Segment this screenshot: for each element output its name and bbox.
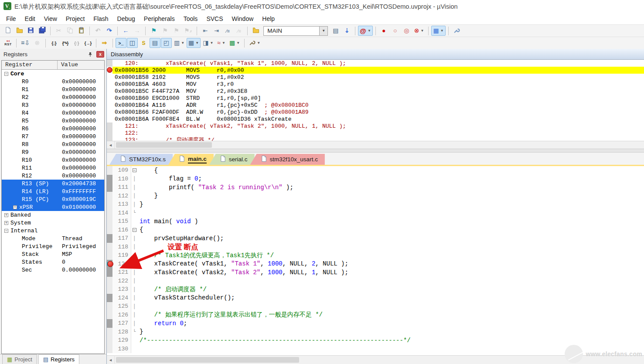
system-viewer-button[interactable]: ▩▼ bbox=[228, 38, 242, 48]
unindent-button[interactable]: ⇤ bbox=[200, 26, 211, 36]
code-line[interactable]: 118│ bbox=[107, 243, 644, 252]
save-button[interactable] bbox=[25, 26, 36, 36]
open-project-folder-button[interactable] bbox=[250, 26, 261, 36]
menu-svcs[interactable]: SVCS bbox=[202, 14, 227, 24]
disassembly-gutter[interactable] bbox=[107, 60, 112, 67]
expand-icon[interactable]: + bbox=[4, 213, 8, 217]
disassembly-gutter[interactable] bbox=[107, 122, 112, 129]
fold-marker[interactable]: − bbox=[131, 166, 137, 175]
register-row[interactable]: R15 (PC)0x0800019C bbox=[2, 195, 104, 203]
chevron-down-icon[interactable]: ▼ bbox=[368, 29, 371, 33]
expand-icon[interactable]: + bbox=[4, 221, 8, 225]
chevron-down-icon[interactable]: ▼ bbox=[440, 29, 444, 33]
register-row[interactable]: R110x00000000 bbox=[2, 164, 104, 172]
disassembly-line[interactable]: 122: bbox=[107, 129, 644, 136]
code-line[interactable]: 128└} bbox=[107, 328, 644, 337]
serial-window-button[interactable]: ◨▼ bbox=[201, 38, 215, 48]
breakpoint-icon[interactable] bbox=[107, 67, 112, 73]
disassembly-gutter[interactable] bbox=[107, 81, 112, 88]
tab-main-c[interactable]: main.c bbox=[168, 154, 214, 165]
insert-breakpoint-button[interactable]: ● bbox=[378, 26, 389, 36]
analysis-window-button[interactable]: ≈▼ bbox=[215, 38, 227, 48]
show-current-statement-button[interactable]: @▼ bbox=[358, 26, 373, 36]
code-line[interactable]: 116−{ bbox=[107, 226, 644, 235]
fold-marker[interactable]: − bbox=[131, 226, 137, 235]
chevron-down-icon[interactable]: ▼ bbox=[210, 41, 213, 45]
disassembly-gutter[interactable] bbox=[107, 109, 112, 116]
chevron-down-icon[interactable]: ▼ bbox=[222, 41, 225, 45]
insert-bookmark-button[interactable]: ⚑ bbox=[148, 26, 159, 36]
register-row[interactable]: R10x00000000 bbox=[2, 85, 104, 93]
target-select-combobox[interactable]: MAIN▼ bbox=[263, 26, 328, 36]
fold-collapse-icon[interactable]: − bbox=[133, 228, 136, 232]
command-window-button[interactable]: >_ bbox=[116, 38, 126, 48]
menu-project[interactable]: Project bbox=[61, 14, 89, 24]
code-line[interactable]: 121│ xTaskCreate( vTask2, "Task 2", 1000… bbox=[107, 268, 644, 277]
registers-window-button[interactable]: ▤ bbox=[150, 38, 160, 48]
menu-help[interactable]: Help bbox=[258, 14, 279, 24]
menu-debug[interactable]: Debug bbox=[113, 14, 140, 24]
code-line[interactable]: 124│ vTaskStartScheduler(); bbox=[107, 294, 644, 303]
indent-button[interactable]: ⇥ bbox=[211, 26, 222, 36]
disassembly-gutter[interactable] bbox=[107, 136, 112, 141]
disassembly-line[interactable]: 0x08001B5A 4603 MOV r3,r0 bbox=[107, 81, 644, 88]
redo-button[interactable]: ↷ bbox=[104, 26, 115, 36]
watch-window-button[interactable]: ▥▼ bbox=[172, 38, 186, 48]
disassembly-line[interactable]: 0x08001B58 2102 MOVS r1,#0x02 bbox=[107, 74, 644, 81]
register-row[interactable]: R120x00000000 bbox=[2, 172, 104, 180]
register-row[interactable]: Sec0.00000000 bbox=[2, 266, 104, 274]
menu-file[interactable]: File bbox=[2, 14, 20, 24]
disassembly-gutter[interactable] bbox=[107, 67, 112, 74]
menu-peripherals[interactable]: Peripherals bbox=[140, 14, 179, 24]
register-row[interactable]: R100x00000000 bbox=[2, 156, 104, 164]
scroll-left-icon[interactable]: ◄ bbox=[107, 356, 115, 364]
run-to-cursor-line-button[interactable]: {→} bbox=[82, 38, 93, 48]
tab-serial-c[interactable]: serial.c bbox=[209, 154, 255, 165]
code-line[interactable]: 113│} bbox=[107, 200, 644, 209]
menu-view[interactable]: View bbox=[40, 14, 61, 24]
code-editor[interactable]: 109− {110│ flag = 0;111│ printf( "Task 2… bbox=[107, 166, 644, 355]
register-row[interactable]: −Internal bbox=[2, 227, 104, 235]
code-line[interactable]: 130 bbox=[107, 345, 644, 354]
chevron-down-icon[interactable]: ▼ bbox=[181, 41, 184, 45]
register-row[interactable]: R70x00000000 bbox=[2, 133, 104, 140]
code-line[interactable]: 122│ bbox=[107, 277, 644, 286]
disassembly-hscrollbar[interactable]: ◄ bbox=[107, 141, 644, 149]
code-line[interactable]: 129/*-----------------------------------… bbox=[107, 336, 644, 345]
chevron-down-icon[interactable]: ▼ bbox=[236, 41, 240, 45]
disassembly-line[interactable]: 0x08001B5C F44F727A MOV r2,#0x3E8 bbox=[107, 88, 644, 95]
navigate-back-button[interactable]: ← bbox=[120, 26, 131, 36]
pin-icon[interactable] bbox=[87, 51, 94, 58]
code-line[interactable]: 110│ flag = 0; bbox=[107, 175, 644, 184]
show-next-statement-button[interactable]: ⇒ bbox=[99, 38, 110, 48]
chevron-down-icon[interactable]: ▼ bbox=[421, 29, 424, 33]
tab-registers[interactable]: ▤Registers bbox=[38, 354, 79, 364]
code-line[interactable]: 127│ return 0; bbox=[107, 319, 644, 328]
code-line[interactable]: 126│ /* 如果程序运行到了这里就表示出错了，一般是内存不足 */ bbox=[107, 311, 644, 320]
tab-stm32f10x_usart-c[interactable]: stm32f10x_usart.c bbox=[250, 154, 325, 165]
tab-STM32F10x-s[interactable]: STM32F10x.s bbox=[109, 154, 173, 165]
code-line[interactable]: 123│ /* 启动调度器 */ bbox=[107, 285, 644, 294]
disassembly-line[interactable]: 123: /* 启动调度器 */ bbox=[107, 136, 644, 141]
code-line[interactable]: 112│ } bbox=[107, 192, 644, 201]
register-row[interactable]: +xPSR0x01000000 bbox=[2, 203, 104, 211]
disassembly-line[interactable]: 121: xTaskCreate( vTask2, "Task 2", 1000… bbox=[107, 122, 644, 129]
breakpoint-marker-icon[interactable] bbox=[107, 261, 113, 267]
register-row[interactable]: R00x00000000 bbox=[2, 78, 104, 85]
disable-all-breakpoints-button[interactable]: ◎ bbox=[401, 26, 412, 36]
save-all-button[interactable] bbox=[37, 26, 48, 36]
register-row[interactable]: R50x00000000 bbox=[2, 117, 104, 125]
run-button[interactable]: ≡⇩ bbox=[19, 38, 31, 48]
disassembly-line[interactable]: 0x08001B56 2000 MOVS r0,#0x00 bbox=[107, 67, 644, 74]
register-row[interactable]: R30x00000000 bbox=[2, 101, 104, 109]
register-row[interactable]: +Banked bbox=[2, 211, 104, 219]
register-row[interactable]: R80x00000000 bbox=[2, 140, 104, 148]
disassembly-line[interactable]: 0x08001B6A F000F8E4 BL.W 0x08001D36 xTas… bbox=[107, 116, 644, 122]
find-in-files-button[interactable]: ▤ bbox=[330, 26, 341, 36]
register-row[interactable]: PrivilegePrivileged bbox=[2, 242, 104, 250]
disassembly-gutter[interactable] bbox=[107, 102, 112, 109]
find-button[interactable]: ⇣ bbox=[341, 26, 352, 36]
new-file-button[interactable] bbox=[3, 26, 14, 36]
step-into-button[interactable]: {↓} bbox=[48, 38, 59, 48]
register-row[interactable]: R40x00000000 bbox=[2, 109, 104, 117]
